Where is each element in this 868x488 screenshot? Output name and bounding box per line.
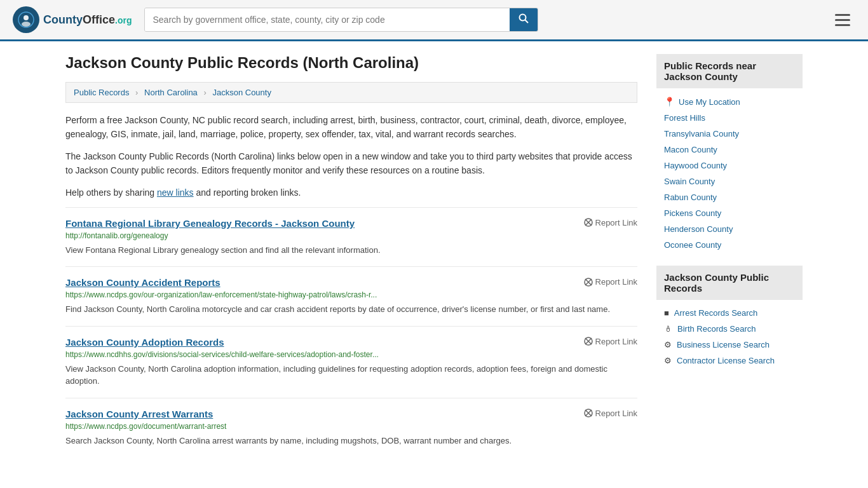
- sidebar-nearby-swain[interactable]: Swain County: [656, 173, 803, 189]
- record-header-1: Jackson County Accident Reports Report L…: [65, 277, 637, 288]
- pickens-county-link[interactable]: Pickens County: [664, 208, 721, 218]
- logo-text: CountyOffice.org: [43, 13, 132, 27]
- svg-point-4: [520, 15, 526, 21]
- record-header-2: Jackson County Adoption Records Report L…: [65, 337, 637, 348]
- sidebar-contractor-license[interactable]: ⚙ Contractor License Search: [656, 353, 803, 369]
- haywood-county-link[interactable]: Haywood County: [664, 161, 727, 170]
- sidebar-business-license[interactable]: ⚙ Business License Search: [656, 337, 803, 353]
- record-desc-0: View Fontana Regional Library genealogy …: [65, 244, 637, 257]
- record-item-2: Jackson County Adoption Records Report L…: [65, 326, 637, 398]
- breadcrumb-jackson-county[interactable]: Jackson County: [212, 88, 271, 97]
- logo-office: Office: [83, 13, 115, 27]
- report-link-btn-0[interactable]: Report Link: [584, 218, 637, 227]
- sidebar-nearby-oconee[interactable]: Oconee County: [656, 237, 803, 253]
- description-2: The Jackson County Public Records (North…: [65, 149, 637, 178]
- macon-county-link[interactable]: Macon County: [664, 145, 717, 154]
- record-url-1: https://www.ncdps.gov/our-organization/l…: [65, 290, 637, 299]
- birth-records-link[interactable]: Birth Records Search: [677, 324, 756, 334]
- oconee-county-link[interactable]: Oconee County: [664, 240, 721, 250]
- search-bar: [144, 8, 538, 32]
- report-link-btn-1[interactable]: Report Link: [584, 277, 637, 287]
- report-link-btn-3[interactable]: Report Link: [584, 409, 637, 418]
- business-license-icon: ⚙: [664, 340, 672, 349]
- sidebar-use-location[interactable]: 📍 Use My Location: [656, 93, 803, 110]
- left-column: Jackson County Public Records (North Car…: [65, 54, 637, 457]
- sidebar-nearby-forest-hills[interactable]: Forest Hills: [656, 110, 803, 126]
- hamburger-icon: [835, 14, 850, 26]
- search-input[interactable]: [145, 8, 510, 31]
- search-button[interactable]: [510, 8, 538, 31]
- report-label-2: Report Link: [595, 337, 637, 346]
- record-url-0: http://fontanalib.org/genealogy: [65, 231, 637, 240]
- sidebar-nearby-section: Public Records near Jackson County 📍 Use…: [656, 54, 803, 253]
- arrest-records-icon: ■: [664, 308, 669, 318]
- site-logo[interactable]: CountyOffice.org: [13, 6, 132, 33]
- contractor-license-icon: ⚙: [664, 356, 672, 365]
- record-desc-3: Search Jackson County, North Carolina ar…: [65, 435, 637, 447]
- breadcrumb-sep-2: ›: [203, 88, 206, 97]
- record-url-3: https://www.ncdps.gov/document/warrant-a…: [65, 422, 637, 431]
- page-title: Jackson County Public Records (North Car…: [65, 54, 637, 72]
- new-links-link[interactable]: new links: [157, 187, 194, 198]
- sidebar-arrest-records[interactable]: ■ Arrest Records Search: [656, 305, 803, 321]
- henderson-county-link[interactable]: Henderson County: [664, 224, 733, 234]
- report-link-btn-2[interactable]: Report Link: [584, 337, 637, 346]
- transylvania-county-link[interactable]: Transylvania County: [664, 129, 739, 139]
- sidebar-nearby-header: Public Records near Jackson County: [656, 54, 803, 88]
- record-title-3[interactable]: Jackson County Arrest Warrants: [65, 409, 213, 419]
- right-column: Public Records near Jackson County 📍 Use…: [656, 54, 803, 457]
- rabun-county-link[interactable]: Rabun County: [664, 193, 717, 202]
- sidebar-nearby-henderson[interactable]: Henderson County: [656, 221, 803, 237]
- record-item-3: Jackson County Arrest Warrants Report Li…: [65, 398, 637, 458]
- svg-point-1: [24, 15, 29, 20]
- record-item-0: Fontana Regional Library Genealogy Recor…: [65, 207, 637, 267]
- sidebar-nearby-transylvania[interactable]: Transylvania County: [656, 126, 803, 142]
- logo-org: .org: [115, 15, 132, 25]
- desc3-pre: Help others by sharing: [65, 187, 157, 198]
- swain-county-link[interactable]: Swain County: [664, 177, 715, 186]
- sidebar-birth-records[interactable]: 🕯 Birth Records Search: [656, 321, 803, 337]
- use-my-location-link[interactable]: Use My Location: [679, 97, 740, 107]
- site-header: CountyOffice.org: [0, 0, 868, 41]
- birth-records-icon: 🕯: [664, 324, 672, 334]
- report-label-1: Report Link: [595, 277, 637, 287]
- breadcrumb: Public Records › North Carolina › Jackso…: [65, 82, 637, 103]
- sidebar-records-section: Jackson County Public Records ■ Arrest R…: [656, 266, 803, 369]
- report-label-3: Report Link: [595, 409, 637, 418]
- record-header-0: Fontana Regional Library Genealogy Recor…: [65, 218, 637, 229]
- breadcrumb-north-carolina[interactable]: North Carolina: [144, 88, 198, 97]
- record-desc-2: View Jackson County, North Carolina adop…: [65, 363, 637, 388]
- sidebar-nearby-macon[interactable]: Macon County: [656, 142, 803, 158]
- logo-county: County: [43, 13, 83, 27]
- description-3: Help others by sharing new links and rep…: [65, 186, 637, 200]
- svg-line-5: [526, 20, 529, 24]
- breadcrumb-public-records[interactable]: Public Records: [74, 88, 129, 97]
- sidebar-records-header: Jackson County Public Records: [656, 266, 803, 300]
- logo-icon: [13, 6, 39, 33]
- business-license-link[interactable]: Business License Search: [677, 340, 770, 349]
- sidebar-nearby-rabun[interactable]: Rabun County: [656, 189, 803, 205]
- record-title-1[interactable]: Jackson County Accident Reports: [65, 277, 220, 288]
- main-content: Jackson County Public Records (North Car…: [53, 41, 815, 470]
- record-item-1: Jackson County Accident Reports Report L…: [65, 266, 637, 326]
- svg-point-2: [22, 22, 31, 27]
- location-pin-icon: 📍: [664, 97, 675, 107]
- description-1: Perform a free Jackson County, NC public…: [65, 113, 637, 142]
- arrest-records-link[interactable]: Arrest Records Search: [674, 308, 758, 318]
- record-desc-1: Find Jackson County, North Carolina moto…: [65, 303, 637, 316]
- breadcrumb-sep-1: ›: [135, 88, 138, 97]
- sidebar-nearby-haywood[interactable]: Haywood County: [656, 158, 803, 173]
- sidebar-nearby-pickens[interactable]: Pickens County: [656, 205, 803, 221]
- record-header-3: Jackson County Arrest Warrants Report Li…: [65, 409, 637, 419]
- menu-button[interactable]: [830, 9, 855, 31]
- desc3-post: and reporting broken links.: [194, 187, 301, 198]
- record-url-2: https://www.ncdhhs.gov/divisions/social-…: [65, 350, 637, 359]
- report-label-0: Report Link: [595, 218, 637, 227]
- record-title-2[interactable]: Jackson County Adoption Records: [65, 337, 224, 348]
- contractor-license-link[interactable]: Contractor License Search: [677, 356, 775, 365]
- record-title-0[interactable]: Fontana Regional Library Genealogy Recor…: [65, 218, 355, 229]
- forest-hills-link[interactable]: Forest Hills: [664, 113, 705, 123]
